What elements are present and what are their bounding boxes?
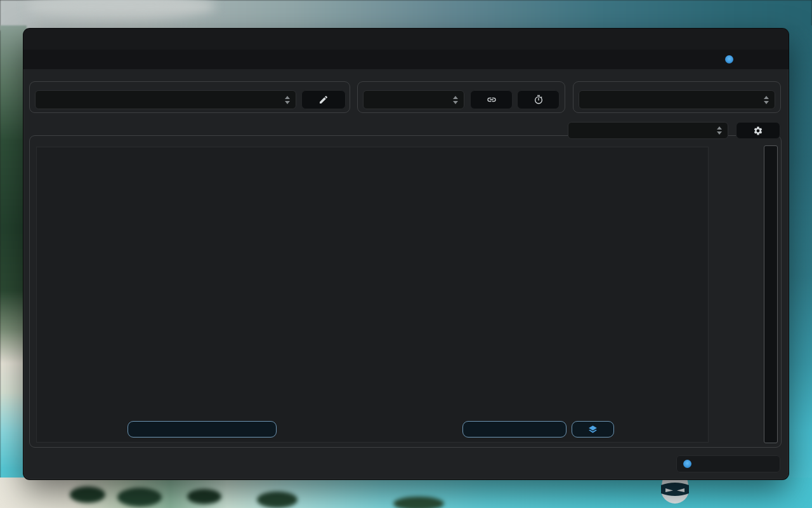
app-window (23, 29, 789, 479)
presets-group (29, 81, 350, 113)
loudness-type-group (357, 81, 565, 113)
layers-icon (587, 424, 598, 435)
reset-meters-button[interactable] (128, 421, 277, 438)
tree-blob (117, 488, 162, 507)
loudness-chart (36, 147, 709, 443)
visualization-group (29, 135, 782, 448)
desktop-ocean-strip (787, 25, 812, 508)
output-type-select[interactable] (579, 90, 775, 109)
tree-blob (257, 491, 298, 508)
toggle-dot-icon (725, 55, 733, 64)
y-axis (710, 147, 757, 443)
tree-blob (70, 486, 105, 503)
desktop-forest-strip (0, 25, 27, 508)
timer-button[interactable] (517, 90, 560, 109)
tabbar-right-cluster (725, 50, 781, 69)
presets-select[interactable] (35, 90, 296, 109)
loudness-chart-svg (37, 147, 709, 443)
toggle-dot-icon (683, 460, 691, 468)
tree-blob (393, 497, 444, 508)
spinner-icon (285, 96, 290, 104)
link-channels-button[interactable] (470, 90, 513, 109)
open-files-button[interactable] (462, 421, 566, 438)
spinner-icon (764, 96, 769, 104)
title-bar[interactable] (23, 29, 789, 50)
gear-icon (753, 126, 763, 136)
edit-preset-button[interactable] (301, 90, 346, 109)
visualization-settings-button[interactable] (736, 122, 780, 139)
dark-mode-toggle[interactable] (725, 55, 739, 64)
live-monitoring-toggle[interactable] (676, 455, 780, 472)
loudness-type-select[interactable] (363, 90, 464, 109)
layers-button[interactable] (572, 421, 614, 438)
level-meter (764, 145, 778, 443)
tree-blob (187, 489, 221, 504)
output-type-group (573, 81, 781, 113)
stopwatch-icon (534, 95, 544, 105)
pencil-icon (318, 95, 329, 105)
menu-tab-bar (23, 50, 789, 69)
link-icon (487, 95, 497, 105)
spinner-icon (453, 96, 458, 104)
spinner-icon (717, 126, 722, 135)
reference-select[interactable] (568, 122, 728, 139)
